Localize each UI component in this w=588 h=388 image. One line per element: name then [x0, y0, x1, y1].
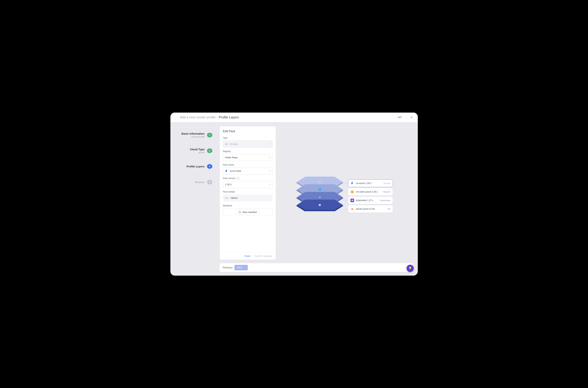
step-title: Profile Layers — [186, 165, 204, 168]
api-link[interactable]: API — [398, 116, 402, 119]
breadcrumb-leaf: Profile Layers — [219, 116, 239, 119]
info-icon[interactable]: i — [237, 177, 239, 180]
header-divider — [406, 115, 407, 119]
registry-select[interactable]: Public Repo ▾ — [223, 154, 272, 161]
manifests-label: Manifests — [223, 204, 272, 207]
layer-card-name: csi-azure 1.28.3 — [356, 182, 371, 185]
previous-button[interactable]: Previous — [223, 266, 233, 269]
panel-footer: Close Confirm Updates — [220, 252, 276, 260]
pack-version-label: Pack Version i — [223, 177, 272, 180]
app-shell: Add a new cluster profile › Profile Laye… — [170, 113, 418, 276]
connector-line — [343, 209, 348, 209]
next-label: Next — [237, 266, 242, 269]
stepper-column: Basic Information azure-profile 1 Cloud … — [170, 122, 210, 276]
layer-card-name: kubernetes 1.27.x — [356, 199, 373, 202]
step-profile-layers[interactable]: Profile Layers 3 — [170, 163, 210, 170]
chevron-down-icon: ▾ — [270, 143, 271, 145]
layer-card-tag: Network — [383, 191, 390, 193]
screen-icon: ▣ — [318, 203, 321, 206]
chevron-down-icon: ▾ — [270, 183, 271, 186]
plus-circle-icon: + — [238, 211, 241, 214]
manifest-dropzone: + New manifest — [223, 208, 272, 216]
bottom-action-bar: Previous Next → — [220, 263, 413, 272]
header-bar: Add a new cluster profile › Profile Laye… — [170, 113, 418, 122]
layer-card-name: ubuntu-azure 22.04 — [356, 208, 375, 210]
layer-graphic-os: ▣ — [296, 200, 343, 211]
step-cloud-type[interactable]: Cloud Type azure 2 — [170, 147, 210, 154]
layer-card-os[interactable]: ▣ ubuntu-azure 22.04 OS — [348, 205, 393, 213]
body-row: Basic Information azure-profile 1 Cloud … — [170, 122, 418, 276]
layer-card-list: csi-azure 1.28.3 Storage 🐱 cni-calico-az… — [348, 180, 393, 214]
layer-card-tag: OS — [387, 208, 390, 210]
layer-card-storage[interactable]: csi-azure 1.28.3 Storage — [348, 180, 393, 187]
layer-card-tag: Storage — [383, 182, 390, 184]
chevron-down-icon: ▾ — [270, 170, 271, 172]
pack-version-select[interactable]: 1.28.3 ▾ — [223, 181, 272, 188]
values-label: Values — [230, 196, 238, 199]
type-label: Type — [223, 137, 272, 139]
values-row[interactable]: </> Values — [223, 194, 272, 201]
step-review[interactable]: Review 4 — [170, 178, 210, 186]
new-manifest-label: New manifest — [243, 211, 257, 214]
registry-label: Registry — [223, 150, 272, 153]
step-title: Review — [195, 181, 205, 184]
new-manifest-button[interactable]: + New manifest — [236, 210, 260, 215]
pack-name-select[interactable]: Azure Disk ▾ — [223, 168, 272, 174]
panel-title: Edit Pack — [220, 126, 276, 136]
registry-value: Public Repo — [225, 156, 238, 159]
kubernetes-icon: ✱ — [350, 198, 354, 202]
pack-name-value: Azure Disk — [230, 170, 241, 172]
help-fab[interactable]: 💡 — [407, 265, 414, 272]
azure-icon — [225, 170, 228, 172]
globe-icon: 🌐 — [318, 188, 321, 191]
step-badge-icon: 3 — [207, 164, 212, 169]
step-basic-information[interactable]: Basic Information azure-profile 1 — [170, 132, 210, 139]
next-button[interactable]: Next → — [234, 265, 248, 270]
chevron-down-icon: ▾ — [270, 156, 271, 159]
arrow-right-icon: → — [243, 266, 245, 269]
step-badge-icon: 1 — [207, 133, 212, 138]
step-badge-icon: 4 — [207, 180, 212, 185]
layer-card-kubernetes[interactable]: ✱ kubernetes 1.27.x Kubernetes — [348, 197, 393, 204]
ubuntu-icon: ▣ — [350, 207, 354, 211]
lightbulb-icon: 💡 — [408, 267, 412, 270]
pack-details-label: Pack Details — [223, 191, 272, 193]
confirm-updates-button: Confirm Updates — [254, 255, 272, 257]
step-badge-icon: 2 — [207, 148, 212, 153]
breadcrumb-separator: › — [217, 116, 218, 119]
step-title: Basic Information — [181, 132, 205, 135]
step-subtitle: azure-profile — [181, 135, 205, 138]
layer-canvas: ▭ 🌐 ⎈ ▣ csi-azure 1.28.3 Storage 🐱 cni-c… — [276, 122, 418, 276]
close-button[interactable]: Close — [244, 255, 250, 257]
connector-line — [343, 192, 348, 192]
layer-stack-graphic: ▭ 🌐 ⎈ ▣ — [296, 177, 343, 208]
step-subtitle: azure — [190, 151, 205, 154]
layer-card-network[interactable]: 🐱 cni-calico-azure 3.26.1 Network — [348, 188, 393, 195]
calico-icon: 🐱 — [350, 190, 354, 194]
azure-icon — [350, 181, 354, 185]
code-icon: </> — [225, 197, 229, 199]
edit-pack-panel: Edit Pack Type Storage ▾ Registry Public… — [220, 126, 276, 260]
helm-icon: ⎈ — [319, 196, 320, 198]
layer-card-name: cni-calico-azure 3.26.1 — [356, 191, 378, 193]
storage-icon — [225, 143, 228, 146]
pack-name-label: Pack Name — [223, 164, 272, 166]
connector-line — [343, 200, 348, 201]
type-value: Storage — [230, 143, 238, 145]
pack-version-value: 1.28.3 — [225, 183, 231, 186]
type-select: Storage ▾ — [223, 141, 272, 147]
layer-card-tag: Kubernetes — [380, 199, 390, 201]
close-icon[interactable] — [410, 116, 413, 119]
breadcrumb-root[interactable]: Add a new cluster profile — [180, 116, 216, 119]
disk-icon: ▭ — [318, 180, 321, 183]
step-title: Cloud Type — [190, 148, 205, 151]
